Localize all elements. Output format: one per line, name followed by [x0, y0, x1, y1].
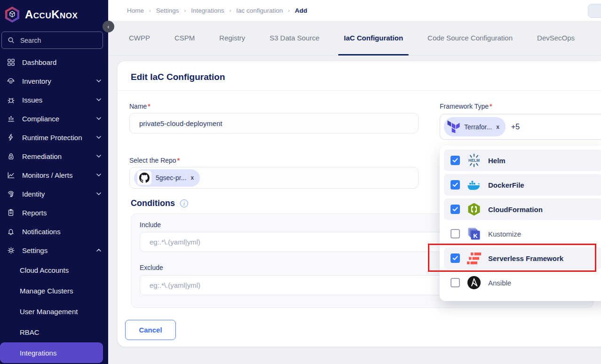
tab-label: CSPM — [174, 34, 195, 42]
sidebar-search[interactable] — [1, 32, 103, 49]
sidebar-item-issues[interactable]: Issues — [0, 90, 108, 109]
checkbox[interactable] — [451, 180, 460, 190]
sidebar-item-identity[interactable]: Identity — [0, 184, 108, 203]
breadcrumb-item-integrations[interactable]: Integrations — [191, 7, 224, 14]
subitem-label: Manage Clusters — [20, 287, 73, 295]
breadcrumb-separator: › — [184, 8, 186, 13]
label-text: Name — [129, 103, 147, 110]
sidebar-item-remediation[interactable]: Remediation — [0, 147, 108, 166]
breadcrumb: Home › Settings › Integrations › Iac con… — [108, 0, 601, 21]
sidebar-item-runtime-protection[interactable]: Runtime Protection — [0, 128, 108, 147]
exclude-label: Exclude — [140, 264, 163, 271]
tab-label: Code Source Configuration — [427, 34, 513, 42]
logo[interactable]: AccuKnox — [0, 0, 108, 27]
topbar: Home › Settings › Integrations › Iac con… — [108, 0, 601, 21]
sidebar-item-label: Reports — [22, 209, 102, 217]
required-asterisk: * — [148, 103, 150, 110]
tab-cspm[interactable]: CSPM — [162, 21, 207, 55]
sidebar-subitem-rbac[interactable]: RBAC — [0, 322, 108, 342]
sidebar-item-notifications[interactable]: Notifications — [0, 222, 108, 241]
lightning-icon — [6, 133, 16, 142]
sidebar-item-label: Issues — [22, 96, 90, 104]
breadcrumb-item-settings[interactable]: Settings — [156, 7, 179, 14]
option-label: DockerFile — [488, 181, 524, 189]
cancel-button[interactable]: Cancel — [125, 320, 176, 340]
terraform-chip[interactable]: Terrafor... x — [444, 117, 506, 136]
sidebar-item-label: Runtime Protection — [22, 134, 90, 142]
terraform-icon — [447, 120, 460, 133]
sidebar-item-label: Remediation — [22, 152, 90, 160]
sidebar-item-monitors-alerts[interactable]: Monitors / Alerts — [0, 166, 108, 184]
breadcrumb-item-iac-configuration[interactable]: Iac configuration — [236, 7, 283, 14]
framework-option-serverless-framework[interactable]: Serverless Framework — [444, 247, 601, 269]
framework-option-cloudformation[interactable]: CloudFormation — [444, 198, 601, 220]
sidebar-item-reports[interactable]: Reports — [0, 203, 108, 222]
chevron-down-icon — [96, 155, 102, 158]
option-label: Kustomize — [488, 230, 521, 238]
bell-icon — [6, 227, 16, 236]
sidebar-nav: Dashboard Inventory Issues — [0, 53, 108, 363]
accuknox-hexagon-logo — [4, 6, 21, 23]
kustomize-icon: K — [467, 227, 481, 241]
checkbox[interactable] — [451, 229, 460, 238]
sidebar-item-label: Dashboard — [22, 58, 102, 66]
repo-chip[interactable]: 5gsec-pr... x — [134, 169, 200, 187]
option-label: CloudFormation — [488, 206, 543, 214]
sidebar-item-label: Notifications — [22, 228, 102, 236]
sidebar-subitem-cloud-accounts[interactable]: Cloud Accounts — [0, 260, 108, 280]
sidebar-subitem-user-management[interactable]: User Management — [0, 301, 108, 322]
sidebar-subitem-integrations[interactable]: Integrations — [0, 342, 103, 363]
framework-option-kustomize[interactable]: K Kustomize — [444, 223, 601, 245]
bar-chart-icon — [6, 114, 16, 123]
checkbox[interactable] — [451, 156, 460, 165]
checkbox[interactable] — [451, 205, 460, 214]
breadcrumb-separator: › — [229, 8, 231, 13]
sidebar-collapse-button[interactable]: ‹ — [103, 21, 114, 32]
sidebar-item-compliance[interactable]: Compliance — [0, 109, 108, 128]
sidebar-item-inventory[interactable]: Inventory — [0, 71, 108, 90]
tab-registry[interactable]: Registry — [207, 21, 257, 55]
breadcrumb-item-home[interactable]: Home — [127, 7, 144, 14]
tab-devsecops[interactable]: DevSecOps — [525, 21, 587, 55]
clipboard-icon — [6, 208, 16, 217]
sidebar-item-dashboard[interactable]: Dashboard — [0, 53, 108, 71]
line-chart-icon — [6, 170, 16, 180]
chevron-up-icon — [96, 249, 102, 252]
tab-label: IaC Configuration — [344, 34, 403, 42]
checkbox[interactable] — [451, 278, 460, 287]
framework-option-ansible[interactable]: Ansible — [444, 272, 601, 293]
svg-text:K: K — [473, 232, 478, 239]
inventory-icon — [6, 76, 16, 86]
checkbox[interactable] — [451, 253, 460, 263]
search-input[interactable] — [19, 36, 90, 45]
topbar-corner-button[interactable] — [588, 4, 601, 18]
bug-icon — [6, 95, 16, 104]
info-icon[interactable]: i — [180, 199, 188, 207]
tab-label: DevSecOps — [537, 34, 575, 42]
sidebar-item-settings[interactable]: Settings — [0, 241, 108, 260]
framework-option-helm[interactable]: HELM Helm — [444, 150, 601, 171]
framework-type-label: Framework Type* — [440, 103, 492, 110]
tab-s3-data-source[interactable]: S3 Data Source — [257, 21, 332, 55]
chip-label: 5gsec-pr... — [156, 174, 186, 182]
chip-remove-icon[interactable]: x — [190, 174, 194, 181]
subitem-label: User Management — [20, 308, 78, 316]
name-field[interactable] — [129, 113, 419, 134]
tab-iac-configuration[interactable]: IaC Configuration — [332, 21, 415, 55]
chevron-down-icon — [96, 98, 102, 101]
repo-select[interactable]: 5gsec-pr... x — [129, 167, 419, 189]
framework-option-dockerfile[interactable]: DockerFile — [444, 174, 601, 196]
chip-remove-icon[interactable]: x — [496, 124, 499, 130]
subitem-label: Cloud Accounts — [20, 266, 69, 274]
sidebar-item-label: Compliance — [22, 115, 90, 123]
required-asterisk: * — [490, 103, 492, 110]
tab-code-source-configuration[interactable]: Code Source Configuration — [415, 21, 525, 55]
sidebar-subitem-manage-clusters[interactable]: Manage Clusters — [0, 280, 108, 301]
subitem-label: Integrations — [20, 349, 56, 357]
chip-label: Terrafor... — [464, 123, 492, 131]
tab-cwpp[interactable]: CWPP — [117, 21, 162, 55]
framework-type-multiselect[interactable]: Terrafor... x +5 — [440, 114, 601, 140]
chevron-down-icon — [96, 136, 102, 139]
conditions-title: Conditions — [131, 198, 175, 208]
label-text: Select the Repo — [129, 157, 176, 164]
